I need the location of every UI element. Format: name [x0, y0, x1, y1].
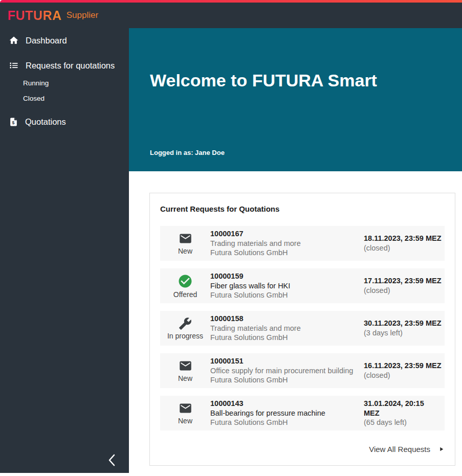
rfq-status-label: New	[178, 247, 192, 255]
rfq-id: 10000158	[210, 314, 360, 324]
rfq-note: (65 days left)	[364, 418, 442, 427]
rfq-row[interactable]: Offered 10000159 Fiber glass walls for H…	[160, 268, 445, 303]
home-icon	[9, 35, 19, 46]
rfq-row[interactable]: New 10000143 Ball-bearings for pressure …	[160, 396, 445, 430]
rfq-title: Ball-bearings for pressure machine	[210, 409, 360, 418]
view-all-label: View All Requests	[369, 445, 430, 454]
rfq-status-label: New	[178, 374, 192, 382]
envelope-icon	[179, 359, 192, 373]
rfq-company: Futura Solutions GmbH	[210, 333, 360, 343]
rfq-deadline: 31.01.2024, 20:15 MEZ	[364, 399, 442, 418]
sidebar-subitem-closed[interactable]: Closed	[0, 90, 129, 106]
rfq-deadline: 30.11.2023, 23:59 MEZ	[364, 319, 442, 328]
rfq-note: (closed)	[364, 243, 442, 253]
rfq-company: Futura Solutions GmbH	[210, 375, 360, 385]
sidebar: Dashboard Requests for quotations Runnin…	[0, 28, 129, 473]
welcome-banner: Welcome to FUTURA Smart Logged in as: Ja…	[129, 28, 462, 171]
sidebar-item-label: Quotations	[25, 117, 66, 127]
rfq-status-label: Offered	[173, 290, 197, 299]
sidebar-item-requests-for-quotations[interactable]: Requests for quotations	[0, 56, 129, 75]
page-title: Welcome to FUTURA Smart	[150, 71, 377, 90]
accent-bar	[0, 0, 462, 3]
rfq-id: 10000143	[210, 399, 360, 409]
rfq-deadline: 16.11.2023, 23:59 MEZ	[364, 361, 442, 371]
brand-suffix: Supplier	[67, 10, 98, 20]
quote-document-icon: $	[9, 117, 18, 127]
view-all-requests-link[interactable]: View All Requests	[160, 443, 445, 455]
rfq-row[interactable]: New 10000151 Office supply for main proc…	[160, 353, 445, 388]
sidebar-item-label: Requests for quotations	[26, 61, 115, 71]
rfq-note: (closed)	[364, 371, 442, 380]
sidebar-item-quotations[interactable]: $ Quotations	[0, 112, 129, 131]
rfq-title: Trading materials and more	[210, 239, 360, 248]
current-requests-card: Current Requests for Quotations New 1000…	[149, 193, 455, 466]
rfq-row[interactable]: In progress 10000158 Trading materials a…	[160, 311, 445, 346]
envelope-icon	[179, 401, 192, 415]
rfq-company: Futura Solutions GmbH	[210, 248, 360, 258]
rfq-status-label: In progress	[167, 332, 203, 340]
rfq-note: (3 days left)	[364, 328, 442, 338]
play-arrow-icon	[438, 446, 445, 452]
card-title: Current Requests for Quotations	[160, 205, 445, 213]
rfq-company: Futura Solutions GmbH	[210, 418, 360, 427]
sidebar-item-dashboard[interactable]: Dashboard	[0, 30, 129, 51]
rfq-id: 10000159	[210, 271, 360, 281]
rfq-deadline: 18.11.2023, 23:59 MEZ	[364, 234, 442, 243]
logged-in-status: Logged in as: Jane Doe	[150, 149, 225, 156]
rfq-row[interactable]: New 10000167 Trading materials and more …	[160, 226, 445, 261]
rfq-title: Trading materials and more	[210, 324, 360, 333]
app-header: FUTURA Supplier	[0, 3, 462, 28]
rfq-note: (closed)	[364, 286, 442, 296]
rfq-status-label: New	[178, 417, 192, 425]
envelope-icon	[179, 232, 192, 245]
list-icon	[9, 60, 19, 71]
wrench-icon	[179, 317, 192, 330]
rfq-id: 10000167	[210, 229, 360, 239]
sidebar-subitem-running[interactable]: Running	[0, 75, 129, 90]
rfq-company: Futura Solutions GmbH	[210, 290, 360, 300]
check-circle-icon	[178, 274, 193, 289]
sidebar-collapse-button[interactable]	[101, 449, 123, 471]
svg-text:$: $	[12, 120, 14, 125]
rfq-title: Office supply for main procurement build…	[210, 366, 360, 376]
rfq-id: 10000151	[210, 356, 360, 366]
brand-logo: FUTURA	[8, 8, 62, 23]
chevron-left-icon	[106, 452, 118, 468]
rfq-deadline: 17.11.2023, 23:59 MEZ	[364, 276, 442, 286]
main-content: Welcome to FUTURA Smart Logged in as: Ja…	[129, 28, 462, 476]
rfq-title: Fiber glass walls for HKI	[210, 281, 360, 291]
sidebar-item-label: Dashboard	[26, 36, 67, 46]
